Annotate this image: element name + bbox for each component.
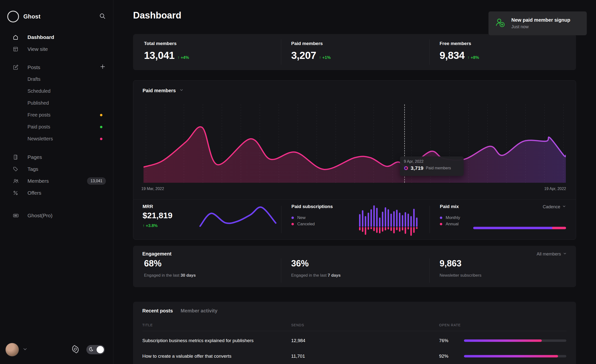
table-row[interactable]: Subscription business metrics explained … — [142, 333, 566, 348]
paid-members-delta: ↑ +1% — [319, 55, 331, 60]
metrics-row: MRR $21,819 ↑ +3.8% Paid subscriptions N… — [133, 199, 576, 239]
desc-bold: 7 days — [328, 273, 341, 278]
sidebar-item-scheduled[interactable]: Scheduled — [0, 85, 113, 97]
tooltip-date: 9 Apr, 2022 — [404, 159, 460, 164]
new-legend-dot — [291, 217, 294, 219]
post-title: Subscription business metrics explained … — [142, 338, 291, 343]
user-avatar[interactable] — [5, 343, 19, 356]
sidebar-item-dashboard[interactable]: Dashboard — [0, 31, 113, 43]
members-count-badge: 13,041 — [87, 177, 106, 185]
annual-segment — [552, 227, 566, 229]
mrr-value: $21,819 — [143, 211, 172, 220]
post-title: How to create a valuable offer that conv… — [142, 354, 291, 359]
open-rate-bar — [464, 339, 566, 342]
members-icon — [13, 178, 21, 184]
total-members-delta: ↑ +4% — [177, 55, 189, 60]
recent-posts-card: Recent posts Member activity TITLE SENDS… — [133, 302, 576, 364]
series-ring-icon — [404, 166, 408, 170]
paid-mix-label: Paid mix — [440, 204, 459, 209]
sidebar-item-paid-posts[interactable]: Paid posts — [0, 121, 113, 133]
open-rate-value: 92% — [439, 354, 459, 359]
sidebar-item-drafts[interactable]: Drafts — [0, 73, 113, 85]
sidebar-item-view-site[interactable]: View site — [0, 43, 113, 55]
sidebar-item-tags[interactable]: Tags — [0, 163, 113, 175]
search-icon[interactable] — [99, 13, 106, 20]
sidebar-item-ghost-pro[interactable]: Ghost(Pro) — [0, 209, 113, 221]
cadence-dropdown[interactable]: Cadence — [543, 204, 566, 209]
paid-members-chart[interactable] — [144, 104, 566, 183]
sidebar-item-label: Offers — [27, 190, 41, 196]
paid-mix-metric: Paid mix Cadence Monthly Annual — [430, 200, 576, 239]
tooltip-series-label: Paid members — [426, 166, 451, 170]
sidebar-item-members[interactable]: Members 13,041 — [0, 175, 113, 187]
engagement-7d-value: 36% — [291, 258, 309, 269]
col-open-rate: OPEN RATE — [439, 323, 566, 327]
monthly-segment — [473, 227, 552, 229]
ghost-admin-dashboard: Ghost Dashboard View site Posts Drafts S… — [0, 0, 596, 364]
paid-mix-bar — [473, 227, 566, 229]
notification-toast[interactable]: New paid member signup Just now — [488, 11, 587, 35]
paid-subscriptions-metric: Paid subscriptions New Canceled — [281, 200, 430, 239]
annual-legend-dot — [440, 223, 442, 225]
sidebar-item-label: Published — [27, 100, 49, 106]
legend-annual-label: Annual — [446, 222, 459, 227]
col-title: TITLE — [142, 323, 291, 327]
dark-mode-toggle[interactable] — [86, 345, 105, 354]
sidebar-item-label: Members — [27, 178, 49, 184]
chevron-down-icon[interactable] — [22, 346, 28, 353]
sidebar-nav: Dashboard View site Posts Drafts Schedul… — [0, 31, 113, 221]
col-sends: SENDS — [291, 323, 439, 327]
sidebar-item-published[interactable]: Published — [0, 97, 113, 109]
tab-recent-posts[interactable]: Recent posts — [142, 308, 173, 314]
canceled-legend-dot — [291, 223, 294, 225]
mrr-label: MRR — [143, 204, 153, 209]
sidebar-item-pages[interactable]: Pages — [0, 151, 113, 163]
notification-title: New paid member signup — [511, 17, 570, 23]
settings-gear-icon[interactable] — [71, 345, 80, 354]
paid-members-value: 3,207 — [291, 50, 316, 61]
site-name: Ghost — [23, 13, 40, 20]
post-sends: 11,701 — [291, 354, 439, 359]
tag-icon — [13, 166, 21, 172]
sidebar-item-label: Tags — [27, 166, 38, 172]
chart-heading: Paid members — [143, 88, 176, 93]
monthly-legend-dot — [440, 217, 442, 219]
sidebar-item-label: Free posts — [27, 112, 50, 118]
table-header: TITLE SENDS OPEN RATE — [142, 323, 566, 327]
sidebar-item-label: Scheduled — [27, 88, 51, 94]
edit-icon — [13, 64, 21, 70]
free-members-delta: ↑ +8% — [468, 55, 479, 60]
home-icon — [13, 34, 21, 40]
sidebar-item-newsletters[interactable]: Newsletters — [0, 133, 113, 145]
sidebar-item-label: Pages — [27, 154, 42, 160]
chevron-down-icon — [562, 204, 566, 209]
pink-dot — [100, 138, 102, 140]
legend-monthly-label: Monthly — [446, 215, 460, 220]
chart-start-date: 19 Mar, 2022 — [141, 187, 164, 191]
desc-bold: 30 days — [181, 273, 196, 278]
tooltip-value: 3,719 — [411, 165, 424, 171]
post-sends: 12,984 — [291, 338, 439, 343]
legend-new-label: New — [297, 215, 306, 220]
desc-text: Newsletter subscribers — [440, 273, 481, 278]
mrr-delta: ↑ +3.8% — [143, 223, 158, 228]
orange-dot — [100, 114, 102, 116]
open-rate-value: 76% — [439, 338, 459, 343]
chevron-down-icon — [179, 88, 184, 93]
chart-metric-selector[interactable]: Paid members — [143, 88, 184, 93]
desc-text: Engaged in the last — [291, 273, 328, 278]
sidebar-footer — [0, 342, 113, 357]
table-row[interactable]: How to create a valuable offer that conv… — [142, 348, 566, 364]
main-content: Dashboard Total members 13,041 ↑ +4% Pai… — [113, 0, 596, 364]
chart-tooltip: 9 Apr, 2022 3,719 Paid members — [400, 156, 464, 176]
sidebar-item-offers[interactable]: Offers — [0, 187, 113, 199]
sidebar-item-label: Newsletters — [27, 136, 53, 142]
sidebar-item-free-posts[interactable]: Free posts — [0, 109, 113, 121]
sidebar-item-posts[interactable]: Posts — [0, 61, 113, 73]
paid-subscriptions-label: Paid subscriptions — [291, 204, 333, 209]
mrr-sparkline — [199, 205, 277, 227]
new-post-icon[interactable] — [99, 64, 106, 71]
tab-member-activity[interactable]: Member activity — [181, 308, 217, 314]
legend-canceled-label: Canceled — [297, 222, 315, 227]
toggle-knob — [97, 346, 104, 353]
